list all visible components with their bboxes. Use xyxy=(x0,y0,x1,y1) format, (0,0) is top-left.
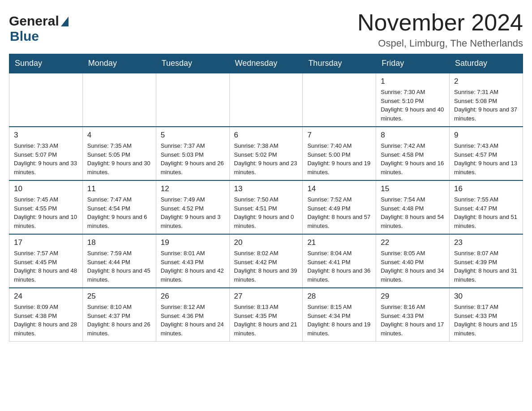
day-info: Sunrise: 8:02 AMSunset: 4:42 PMDaylight:… xyxy=(234,249,298,284)
day-number: 14 xyxy=(307,184,371,193)
day-number: 6 xyxy=(234,131,298,140)
day-info: Sunrise: 8:13 AMSunset: 4:35 PMDaylight:… xyxy=(234,303,298,338)
calendar-day-cell: 15Sunrise: 7:54 AMSunset: 4:48 PMDayligh… xyxy=(376,180,450,234)
day-info: Sunrise: 8:05 AMSunset: 4:40 PMDaylight:… xyxy=(381,249,445,284)
calendar-day-header: Friday xyxy=(376,54,450,73)
day-info: Sunrise: 7:45 AMSunset: 4:55 PMDaylight:… xyxy=(14,195,78,230)
day-info: Sunrise: 7:33 AMSunset: 5:07 PMDaylight:… xyxy=(14,141,78,176)
day-number: 5 xyxy=(161,131,225,140)
calendar-week-row: 1Sunrise: 7:30 AMSunset: 5:10 PMDaylight… xyxy=(9,73,523,127)
calendar-day-cell: 2Sunrise: 7:31 AMSunset: 5:08 PMDaylight… xyxy=(450,73,523,127)
logo-blue-text: Blue xyxy=(10,29,69,44)
day-info: Sunrise: 7:57 AMSunset: 4:45 PMDaylight:… xyxy=(14,249,78,284)
calendar-day-header: Monday xyxy=(82,54,156,73)
day-info: Sunrise: 7:38 AMSunset: 5:02 PMDaylight:… xyxy=(234,141,298,176)
calendar-day-header: Tuesday xyxy=(156,54,229,73)
day-number: 9 xyxy=(454,131,518,140)
calendar-day-cell: 5Sunrise: 7:37 AMSunset: 5:03 PMDaylight… xyxy=(156,127,229,180)
day-number: 3 xyxy=(14,131,78,140)
day-number: 1 xyxy=(381,77,445,86)
day-info: Sunrise: 7:43 AMSunset: 4:57 PMDaylight:… xyxy=(454,141,518,176)
day-number: 23 xyxy=(454,238,518,247)
calendar-day-cell: 9Sunrise: 7:43 AMSunset: 4:57 PMDaylight… xyxy=(450,127,523,180)
day-info: Sunrise: 7:47 AMSunset: 4:54 PMDaylight:… xyxy=(87,195,151,230)
calendar-day-cell xyxy=(156,73,229,127)
day-info: Sunrise: 7:55 AMSunset: 4:47 PMDaylight:… xyxy=(454,195,518,230)
day-number: 29 xyxy=(381,292,445,301)
day-info: Sunrise: 7:40 AMSunset: 5:00 PMDaylight:… xyxy=(307,141,371,176)
day-number: 24 xyxy=(14,292,78,301)
calendar-day-cell: 26Sunrise: 8:12 AMSunset: 4:36 PMDayligh… xyxy=(156,288,229,342)
day-number: 21 xyxy=(307,238,371,247)
day-number: 8 xyxy=(381,131,445,140)
day-number: 2 xyxy=(454,77,518,86)
calendar-header-row: SundayMondayTuesdayWednesdayThursdayFrid… xyxy=(9,54,523,73)
calendar-day-cell xyxy=(82,73,156,127)
calendar-day-cell: 19Sunrise: 8:01 AMSunset: 4:43 PMDayligh… xyxy=(156,234,229,288)
calendar-week-row: 3Sunrise: 7:33 AMSunset: 5:07 PMDaylight… xyxy=(9,127,523,180)
calendar-day-cell: 30Sunrise: 8:17 AMSunset: 4:33 PMDayligh… xyxy=(450,288,523,342)
day-number: 12 xyxy=(161,184,225,193)
page-header: General Blue November 2024 Ospel, Limbur… xyxy=(9,9,523,49)
day-number: 11 xyxy=(87,184,151,193)
calendar-day-cell: 13Sunrise: 7:50 AMSunset: 4:51 PMDayligh… xyxy=(229,180,303,234)
day-info: Sunrise: 8:09 AMSunset: 4:38 PMDaylight:… xyxy=(14,303,78,338)
calendar-day-header: Saturday xyxy=(450,54,523,73)
day-info: Sunrise: 7:42 AMSunset: 4:58 PMDaylight:… xyxy=(381,141,445,176)
day-info: Sunrise: 7:59 AMSunset: 4:44 PMDaylight:… xyxy=(87,249,151,284)
day-number: 26 xyxy=(161,292,225,301)
calendar-day-cell: 11Sunrise: 7:47 AMSunset: 4:54 PMDayligh… xyxy=(82,180,156,234)
calendar-day-header: Wednesday xyxy=(229,54,303,73)
calendar-day-cell: 12Sunrise: 7:49 AMSunset: 4:52 PMDayligh… xyxy=(156,180,229,234)
calendar-day-cell: 27Sunrise: 8:13 AMSunset: 4:35 PMDayligh… xyxy=(229,288,303,342)
day-number: 25 xyxy=(87,292,151,301)
calendar-day-cell: 23Sunrise: 8:07 AMSunset: 4:39 PMDayligh… xyxy=(450,234,523,288)
location-subtitle: Ospel, Limburg, The Netherlands xyxy=(357,38,523,49)
day-info: Sunrise: 8:17 AMSunset: 4:33 PMDaylight:… xyxy=(454,303,518,338)
day-number: 22 xyxy=(381,238,445,247)
day-number: 17 xyxy=(14,238,78,247)
day-info: Sunrise: 8:07 AMSunset: 4:39 PMDaylight:… xyxy=(454,249,518,284)
calendar-day-cell: 18Sunrise: 7:59 AMSunset: 4:44 PMDayligh… xyxy=(82,234,156,288)
day-number: 27 xyxy=(234,292,298,301)
calendar-day-cell: 10Sunrise: 7:45 AMSunset: 4:55 PMDayligh… xyxy=(9,180,83,234)
calendar-day-cell xyxy=(303,73,376,127)
calendar-day-cell: 6Sunrise: 7:38 AMSunset: 5:02 PMDaylight… xyxy=(229,127,303,180)
day-number: 15 xyxy=(381,184,445,193)
day-info: Sunrise: 8:12 AMSunset: 4:36 PMDaylight:… xyxy=(161,303,225,338)
month-year-title: November 2024 xyxy=(357,9,523,36)
day-info: Sunrise: 7:31 AMSunset: 5:08 PMDaylight:… xyxy=(454,88,518,123)
day-info: Sunrise: 7:35 AMSunset: 5:05 PMDaylight:… xyxy=(87,141,151,176)
day-number: 19 xyxy=(161,238,225,247)
day-info: Sunrise: 8:01 AMSunset: 4:43 PMDaylight:… xyxy=(161,249,225,284)
day-info: Sunrise: 8:16 AMSunset: 4:33 PMDaylight:… xyxy=(381,303,445,338)
day-number: 7 xyxy=(307,131,371,140)
day-number: 20 xyxy=(234,238,298,247)
calendar-week-row: 24Sunrise: 8:09 AMSunset: 4:38 PMDayligh… xyxy=(9,288,523,342)
day-info: Sunrise: 7:30 AMSunset: 5:10 PMDaylight:… xyxy=(381,88,445,123)
day-info: Sunrise: 8:10 AMSunset: 4:37 PMDaylight:… xyxy=(87,303,151,338)
day-info: Sunrise: 7:54 AMSunset: 4:48 PMDaylight:… xyxy=(381,195,445,230)
day-number: 30 xyxy=(454,292,518,301)
calendar-week-row: 17Sunrise: 7:57 AMSunset: 4:45 PMDayligh… xyxy=(9,234,523,288)
calendar-day-cell: 25Sunrise: 8:10 AMSunset: 4:37 PMDayligh… xyxy=(82,288,156,342)
day-info: Sunrise: 8:15 AMSunset: 4:34 PMDaylight:… xyxy=(307,303,371,338)
calendar-day-cell: 8Sunrise: 7:42 AMSunset: 4:58 PMDaylight… xyxy=(376,127,450,180)
calendar-table: SundayMondayTuesdayWednesdayThursdayFrid… xyxy=(9,54,523,342)
calendar-day-cell xyxy=(9,73,83,127)
day-info: Sunrise: 8:04 AMSunset: 4:41 PMDaylight:… xyxy=(307,249,371,284)
calendar-day-cell: 3Sunrise: 7:33 AMSunset: 5:07 PMDaylight… xyxy=(9,127,83,180)
day-number: 18 xyxy=(87,238,151,247)
calendar-day-cell: 24Sunrise: 8:09 AMSunset: 4:38 PMDayligh… xyxy=(9,288,83,342)
day-number: 13 xyxy=(234,184,298,193)
calendar-day-cell: 29Sunrise: 8:16 AMSunset: 4:33 PMDayligh… xyxy=(376,288,450,342)
calendar-week-row: 10Sunrise: 7:45 AMSunset: 4:55 PMDayligh… xyxy=(9,180,523,234)
calendar-day-cell: 4Sunrise: 7:35 AMSunset: 5:05 PMDaylight… xyxy=(82,127,156,180)
day-info: Sunrise: 7:52 AMSunset: 4:49 PMDaylight:… xyxy=(307,195,371,230)
calendar-day-header: Sunday xyxy=(9,54,83,73)
calendar-day-cell: 20Sunrise: 8:02 AMSunset: 4:42 PMDayligh… xyxy=(229,234,303,288)
calendar-day-cell: 14Sunrise: 7:52 AMSunset: 4:49 PMDayligh… xyxy=(303,180,376,234)
calendar-day-cell: 7Sunrise: 7:40 AMSunset: 5:00 PMDaylight… xyxy=(303,127,376,180)
calendar-day-cell: 28Sunrise: 8:15 AMSunset: 4:34 PMDayligh… xyxy=(303,288,376,342)
calendar-day-cell: 17Sunrise: 7:57 AMSunset: 4:45 PMDayligh… xyxy=(9,234,83,288)
